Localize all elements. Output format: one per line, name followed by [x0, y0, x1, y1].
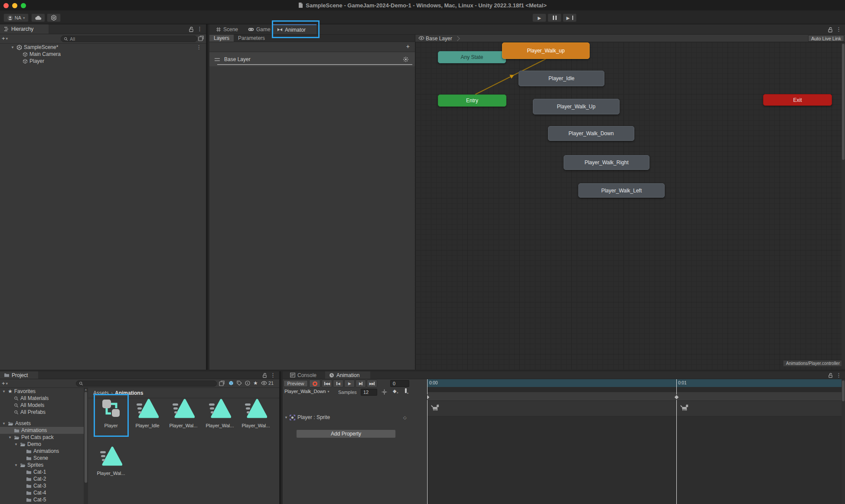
settings-button[interactable] [47, 13, 61, 22]
project-tree-item-sprites[interactable]: ▼Sprites [0, 462, 84, 468]
asset-player-wal[interactable]: Player_Wal... [202, 394, 237, 436]
project-tree-item-cat-5[interactable]: Cat-5 [0, 496, 84, 503]
state-node-exit[interactable]: Exit [763, 94, 832, 106]
hierarchy-item-samplescene[interactable]: ▼SampleScene*⋮ [0, 44, 206, 51]
project-tree-item-demo[interactable]: ▼Demo [0, 441, 84, 448]
project-tree-item-all-materials[interactable]: All Materials [0, 395, 84, 402]
tab-scene[interactable]: Scene [212, 24, 241, 34]
animation-menu-icon[interactable]: ⋮ [836, 372, 842, 378]
step-button[interactable]: ▶ [563, 13, 577, 22]
layer-settings-gear-icon[interactable] [403, 56, 409, 62]
favorite-search-icon[interactable]: ★ [253, 380, 258, 386]
previous-key-button[interactable]: ◀ [333, 380, 343, 387]
lock-icon[interactable] [828, 373, 833, 378]
project-tree-item-pet-cats-pack[interactable]: ▼Pet Cats pack [0, 434, 84, 441]
record-button[interactable] [309, 380, 320, 387]
project-tree-item-cat-1[interactable]: Cat-1 [0, 468, 84, 475]
lock-icon[interactable] [828, 27, 833, 33]
state-node-player-walk-right[interactable]: Player_Walk_Right [564, 155, 649, 170]
last-key-button[interactable]: ▶▶ [367, 380, 377, 387]
hierarchy-menu-icon[interactable]: ⋮ [197, 26, 202, 32]
sprite-track[interactable] [427, 401, 845, 416]
state-node-player-walk-up[interactable]: Player_Walk_Up [533, 99, 620, 114]
add-layer-button[interactable]: + [406, 43, 410, 50]
foldout-icon[interactable]: ▼ [14, 442, 18, 446]
project-tree-item-cat-4[interactable]: Cat-4 [0, 489, 84, 496]
asset-player-idle[interactable]: Player_Idle [130, 394, 165, 436]
auto-live-link-button[interactable]: Auto Live Link [808, 35, 844, 42]
hierarchy-search-input[interactable]: All [61, 36, 197, 42]
add-keyframe-icon[interactable]: ◆+ [393, 388, 398, 395]
project-tree-item-favorites[interactable]: ▼★Favorites [0, 388, 84, 395]
type-filter-icon[interactable] [228, 380, 234, 386]
animator-menu-icon[interactable]: ⋮ [836, 26, 842, 32]
project-tree-item-all-prefabs[interactable]: All Prefabs [0, 409, 84, 416]
state-node-player-idle[interactable]: Player_Idle [519, 71, 604, 86]
scene-options-icon[interactable]: ⋮ [196, 44, 202, 50]
lock-icon[interactable] [262, 373, 267, 378]
foldout-icon[interactable]: ▼ [284, 416, 288, 419]
samples-field[interactable]: 12 [361, 389, 377, 396]
state-node-player-walk-up[interactable]: Player_Walk_up [502, 42, 590, 59]
clip-dropdown[interactable]: Player_Walk_Down ▾ [284, 389, 330, 394]
add-event-icon[interactable]: + [405, 388, 409, 395]
tab-animator[interactable]: Animator [273, 24, 316, 34]
asset-player-wal[interactable]: Player_Wal... [94, 442, 128, 484]
hierarchy-item-main-camera[interactable]: Main Camera [0, 51, 206, 58]
project-tree-scrollbar[interactable]: ▲ [84, 388, 88, 504]
open-search-window-icon[interactable] [198, 36, 204, 41]
open-search-window-icon[interactable] [219, 380, 225, 386]
layer-row-base-layer[interactable]: Base Layer [209, 52, 415, 66]
animation-timeline[interactable]: 0:00 0:01 [427, 379, 845, 504]
project-tree-item-cat-3[interactable]: Cat-3 [0, 482, 84, 489]
graph-scrollbar[interactable] [842, 43, 845, 369]
project-tree-item-assets[interactable]: ▼Assets [0, 420, 84, 427]
project-menu-icon[interactable]: ⋮ [270, 372, 276, 378]
state-node-any-state[interactable]: Any State [438, 51, 506, 63]
tab-hierarchy[interactable]: Hierarchy [0, 24, 49, 34]
project-tree-item-animations[interactable]: Animations [0, 427, 84, 434]
timeline-ruler[interactable]: 0:00 0:01 [427, 379, 845, 387]
state-machine-canvas[interactable]: Animations/Player.controller Any StatePl… [415, 42, 845, 370]
account-dropdown[interactable]: NA ▾ [3, 13, 29, 22]
project-add-button[interactable]: +▾ [2, 380, 8, 387]
project-search-input[interactable] [76, 380, 217, 387]
info-icon[interactable] [245, 380, 250, 386]
property-keyframe-icon[interactable]: ◇ [403, 415, 407, 420]
subtab-layers[interactable]: Layers [209, 35, 234, 42]
eye-icon[interactable] [418, 36, 424, 40]
state-node-player-walk-left[interactable]: Player_Walk_Left [578, 183, 665, 198]
foldout-icon[interactable]: ▼ [14, 463, 18, 467]
frame-field[interactable]: 0 [390, 380, 409, 387]
subtab-parameters[interactable]: Parameters [234, 35, 269, 42]
keyframe-track[interactable] [427, 392, 845, 401]
hierarchy-item-player[interactable]: Player [0, 58, 206, 65]
property-row-player-sprite[interactable]: ▼ Player : Sprite ◇ [283, 413, 427, 422]
tab-project[interactable]: Project [0, 371, 38, 379]
add-property-button[interactable]: Add Property [296, 429, 396, 438]
breadcrumb-base-layer[interactable]: Base Layer [426, 35, 459, 42]
play-animation-button[interactable]: ▶ [344, 380, 355, 387]
pause-button[interactable] [548, 13, 561, 22]
asset-player-selected[interactable]: Player [94, 394, 128, 436]
tab-animation[interactable]: Animation [325, 371, 370, 379]
tab-game[interactable]: Game [244, 24, 273, 34]
project-tree-item-scene[interactable]: Scene [0, 455, 84, 462]
hierarchy-add-button[interactable]: +▾ [2, 35, 8, 42]
foldout-icon[interactable]: ▼ [2, 422, 6, 426]
timeline-scrollbar[interactable] [842, 379, 845, 504]
curves-toggle-icon[interactable] [382, 389, 387, 395]
project-tree-item-cat-2[interactable]: Cat-2 [0, 475, 84, 482]
tab-console[interactable]: Console [286, 371, 323, 379]
project-tree-item-animations[interactable]: Animations [0, 448, 84, 455]
drag-handle-icon[interactable] [215, 58, 220, 61]
play-button[interactable]: ▶ [532, 13, 546, 22]
label-filter-icon[interactable] [237, 380, 242, 386]
asset-player-wal[interactable]: Player_Wal... [166, 394, 201, 436]
lock-icon[interactable] [189, 26, 194, 32]
foldout-icon[interactable]: ▼ [2, 390, 6, 393]
first-key-button[interactable]: ◀◀ [322, 380, 332, 387]
preview-toggle-button[interactable]: Preview [284, 380, 308, 387]
foldout-icon[interactable]: ▼ [10, 46, 15, 49]
cloud-button[interactable] [31, 13, 45, 22]
